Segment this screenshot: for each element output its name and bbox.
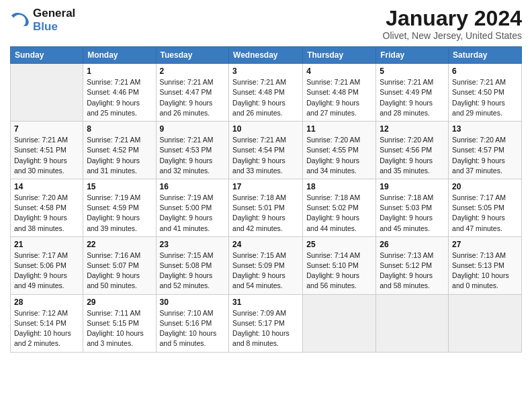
day-number: 29 [87, 298, 152, 307]
cell-sun-info: Sunrise: 7:21 AMSunset: 4:46 PMDaylight:… [87, 77, 152, 118]
day-number: 20 [452, 182, 518, 191]
cell-sun-info: Sunrise: 7:20 AMSunset: 4:58 PMDaylight:… [14, 193, 79, 234]
day-number: 14 [14, 182, 79, 191]
cell-sun-info: Sunrise: 7:21 AMSunset: 4:48 PMDaylight:… [232, 77, 299, 118]
calendar-week-row: 7Sunrise: 7:21 AMSunset: 4:51 PMDaylight… [11, 122, 522, 179]
day-number: 30 [160, 298, 226, 307]
day-number: 2 [160, 66, 226, 76]
cell-sun-info: Sunrise: 7:10 AMSunset: 5:16 PMDaylight:… [160, 308, 226, 349]
day-number: 22 [87, 240, 152, 249]
cell-sun-info: Sunrise: 7:21 AMSunset: 4:48 PMDaylight:… [306, 77, 372, 118]
calendar-cell: 22Sunrise: 7:16 AMSunset: 5:07 PMDayligh… [83, 236, 156, 294]
day-number: 13 [452, 124, 518, 134]
cell-sun-info: Sunrise: 7:21 AMSunset: 4:54 PMDaylight:… [232, 135, 299, 176]
day-header-sunday: Sunday [11, 47, 83, 64]
calendar-cell: 24Sunrise: 7:15 AMSunset: 5:09 PMDayligh… [229, 236, 303, 294]
calendar-cell: 18Sunrise: 7:18 AMSunset: 5:02 PMDayligh… [303, 179, 376, 236]
cell-sun-info: Sunrise: 7:18 AMSunset: 5:03 PMDaylight:… [380, 193, 445, 234]
cell-sun-info: Sunrise: 7:18 AMSunset: 5:02 PMDaylight:… [306, 193, 372, 234]
cell-sun-info: Sunrise: 7:21 AMSunset: 4:53 PMDaylight:… [160, 135, 226, 176]
day-number: 7 [14, 124, 79, 134]
calendar-cell [376, 294, 449, 352]
cell-sun-info: Sunrise: 7:11 AMSunset: 5:15 PMDaylight:… [87, 308, 152, 349]
cell-sun-info: Sunrise: 7:17 AMSunset: 5:06 PMDaylight:… [14, 250, 79, 291]
day-number: 9 [160, 124, 226, 134]
cell-sun-info: Sunrise: 7:12 AMSunset: 5:14 PMDaylight:… [14, 308, 79, 349]
calendar-week-row: 28Sunrise: 7:12 AMSunset: 5:14 PMDayligh… [11, 294, 522, 352]
day-number: 27 [452, 240, 518, 249]
calendar-cell: 5Sunrise: 7:21 AMSunset: 4:49 PMDaylight… [376, 64, 449, 122]
cell-sun-info: Sunrise: 7:16 AMSunset: 5:07 PMDaylight:… [87, 250, 152, 291]
location-subtitle: Olivet, New Jersey, United States [383, 30, 522, 41]
day-number: 3 [232, 66, 299, 76]
calendar-cell: 3Sunrise: 7:21 AMSunset: 4:48 PMDaylight… [229, 64, 303, 122]
cell-sun-info: Sunrise: 7:21 AMSunset: 4:49 PMDaylight:… [380, 77, 445, 118]
day-number: 31 [232, 298, 299, 307]
cell-sun-info: Sunrise: 7:14 AMSunset: 5:10 PMDaylight:… [306, 250, 372, 291]
calendar-cell [303, 294, 376, 352]
calendar-week-row: 14Sunrise: 7:20 AMSunset: 4:58 PMDayligh… [11, 179, 522, 236]
cell-sun-info: Sunrise: 7:21 AMSunset: 4:51 PMDaylight:… [14, 135, 79, 176]
calendar-cell: 30Sunrise: 7:10 AMSunset: 5:16 PMDayligh… [156, 294, 229, 352]
cell-sun-info: Sunrise: 7:20 AMSunset: 4:55 PMDaylight:… [306, 135, 372, 176]
day-header-tuesday: Tuesday [156, 47, 229, 64]
cell-sun-info: Sunrise: 7:13 AMSunset: 5:12 PMDaylight:… [380, 250, 445, 291]
calendar-cell: 10Sunrise: 7:21 AMSunset: 4:54 PMDayligh… [229, 122, 303, 179]
calendar-cell: 12Sunrise: 7:20 AMSunset: 4:56 PMDayligh… [376, 122, 449, 179]
calendar-cell: 1Sunrise: 7:21 AMSunset: 4:46 PMDaylight… [83, 64, 156, 122]
cell-sun-info: Sunrise: 7:15 AMSunset: 5:08 PMDaylight:… [160, 250, 226, 291]
day-number: 26 [380, 240, 445, 249]
calendar-cell: 13Sunrise: 7:20 AMSunset: 4:57 PMDayligh… [449, 122, 522, 179]
day-number: 16 [160, 182, 226, 191]
day-number: 21 [14, 240, 79, 249]
cell-sun-info: Sunrise: 7:21 AMSunset: 4:50 PMDaylight:… [452, 77, 518, 118]
calendar-cell: 21Sunrise: 7:17 AMSunset: 5:06 PMDayligh… [11, 236, 83, 294]
cell-sun-info: Sunrise: 7:21 AMSunset: 4:47 PMDaylight:… [160, 77, 226, 118]
day-number: 24 [232, 240, 299, 249]
calendar-week-row: 1Sunrise: 7:21 AMSunset: 4:46 PMDaylight… [11, 64, 522, 122]
calendar-cell: 23Sunrise: 7:15 AMSunset: 5:08 PMDayligh… [156, 236, 229, 294]
day-header-monday: Monday [83, 47, 156, 64]
calendar-cell: 16Sunrise: 7:19 AMSunset: 5:00 PMDayligh… [156, 179, 229, 236]
logo: General Blue [10, 7, 75, 34]
month-title: January 2024 [383, 7, 522, 30]
day-number: 11 [306, 124, 372, 134]
calendar-cell: 11Sunrise: 7:20 AMSunset: 4:55 PMDayligh… [303, 122, 376, 179]
calendar-cell: 27Sunrise: 7:13 AMSunset: 5:13 PMDayligh… [449, 236, 522, 294]
day-number: 25 [306, 240, 372, 249]
day-number: 10 [232, 124, 299, 134]
calendar-cell: 2Sunrise: 7:21 AMSunset: 4:47 PMDaylight… [156, 64, 229, 122]
day-number: 12 [380, 124, 445, 134]
calendar-cell: 7Sunrise: 7:21 AMSunset: 4:51 PMDaylight… [11, 122, 83, 179]
cell-sun-info: Sunrise: 7:19 AMSunset: 4:59 PMDaylight:… [87, 193, 152, 234]
calendar-cell: 9Sunrise: 7:21 AMSunset: 4:53 PMDaylight… [156, 122, 229, 179]
day-number: 19 [380, 182, 445, 191]
cell-sun-info: Sunrise: 7:19 AMSunset: 5:00 PMDaylight:… [160, 193, 226, 234]
cell-sun-info: Sunrise: 7:13 AMSunset: 5:13 PMDaylight:… [452, 250, 518, 291]
day-number: 5 [380, 66, 445, 76]
calendar-cell [11, 64, 83, 122]
day-number: 23 [160, 240, 226, 249]
day-header-thursday: Thursday [303, 47, 376, 64]
cell-sun-info: Sunrise: 7:15 AMSunset: 5:09 PMDaylight:… [232, 250, 299, 291]
day-number: 1 [87, 66, 152, 76]
calendar-cell: 28Sunrise: 7:12 AMSunset: 5:14 PMDayligh… [11, 294, 83, 352]
day-number: 8 [87, 124, 152, 134]
day-number: 28 [14, 298, 79, 307]
day-number: 17 [232, 182, 299, 191]
logo-icon [10, 11, 30, 30]
days-header-row: SundayMondayTuesdayWednesdayThursdayFrid… [11, 47, 522, 64]
title-block: January 2024 Olivet, New Jersey, United … [383, 7, 522, 41]
calendar-cell: 20Sunrise: 7:17 AMSunset: 5:05 PMDayligh… [449, 179, 522, 236]
logo-text: General Blue [33, 7, 75, 34]
page-header: General Blue January 2024 Olivet, New Je… [10, 7, 522, 41]
day-number: 15 [87, 182, 152, 191]
calendar-week-row: 21Sunrise: 7:17 AMSunset: 5:06 PMDayligh… [11, 236, 522, 294]
calendar-cell [449, 294, 522, 352]
calendar-cell: 14Sunrise: 7:20 AMSunset: 4:58 PMDayligh… [11, 179, 83, 236]
day-number: 4 [306, 66, 372, 76]
calendar-cell: 4Sunrise: 7:21 AMSunset: 4:48 PMDaylight… [303, 64, 376, 122]
cell-sun-info: Sunrise: 7:21 AMSunset: 4:52 PMDaylight:… [87, 135, 152, 176]
calendar-cell: 29Sunrise: 7:11 AMSunset: 5:15 PMDayligh… [83, 294, 156, 352]
calendar-cell: 19Sunrise: 7:18 AMSunset: 5:03 PMDayligh… [376, 179, 449, 236]
